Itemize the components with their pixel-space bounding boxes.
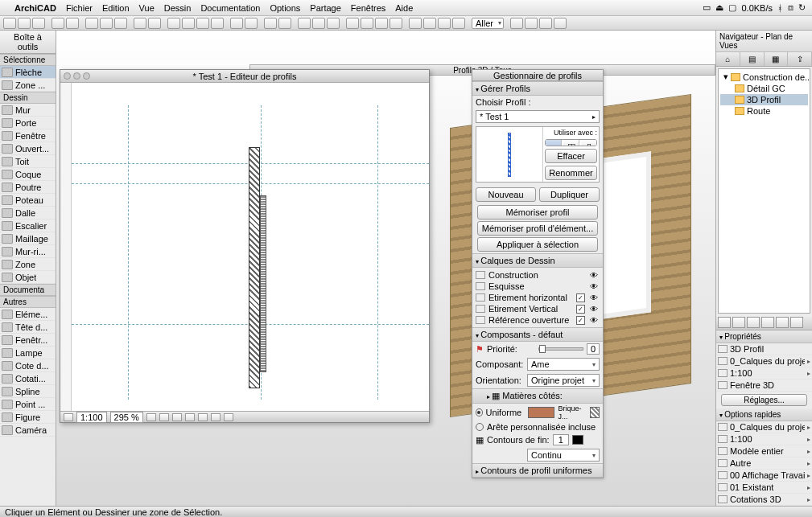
tool-coque[interactable]: Coque — [0, 168, 56, 181]
section-contours-unif[interactable]: Contours de profil uniformes — [472, 463, 603, 478]
tb-plot-icon[interactable] — [148, 18, 161, 29]
profile-shape-inner[interactable] — [260, 195, 266, 372]
tool-camera[interactable]: Caméra — [0, 424, 56, 437]
tool-mur-rideau[interactable]: Mur-ri... — [0, 245, 56, 258]
tree-item-3dprofil[interactable]: 3D Profil — [720, 94, 808, 105]
sb-origin-icon[interactable] — [64, 413, 73, 421]
nav-tab-layouts-icon[interactable]: ▦ — [765, 52, 789, 66]
zoom-icon[interactable] — [83, 72, 90, 80]
quick-layers[interactable]: 0_Calques du projet▸ — [716, 421, 812, 433]
nav-del-icon[interactable] — [761, 317, 774, 328]
effacer-button[interactable]: Effacer — [545, 149, 597, 163]
tool-element[interactable]: Eléme... — [0, 308, 56, 321]
tb-prev-icon[interactable] — [510, 18, 523, 29]
section-calques[interactable]: Calques de Dessin — [472, 253, 603, 268]
tool-poteau[interactable]: Poteau — [0, 194, 56, 207]
app-name[interactable]: ArchiCAD — [14, 3, 56, 13]
section-composants[interactable]: Composants - défaut — [472, 327, 603, 342]
profil-combo[interactable]: * Test 1 — [476, 110, 600, 123]
contours-value[interactable]: 1 — [553, 434, 569, 445]
tb-redo-icon[interactable] — [66, 18, 79, 29]
sb-opts-icon[interactable] — [224, 413, 233, 421]
tb-d-icon[interactable] — [452, 18, 465, 29]
tree-item-route[interactable]: Route — [720, 105, 808, 117]
sb-zoom[interactable]: 295 % — [110, 412, 143, 423]
layer-ref-ouv[interactable]: Référence ouverture✓👁 — [476, 314, 600, 326]
tb-pen-icon[interactable] — [245, 18, 258, 29]
composant-combo[interactable]: Ame — [527, 358, 600, 371]
tb-section-icon[interactable] — [182, 18, 195, 29]
menu-vue[interactable]: Vue — [139, 3, 155, 13]
tb-up-icon[interactable] — [539, 18, 552, 29]
menu-fichier[interactable]: Fichier — [66, 3, 93, 13]
sb-next-icon[interactable] — [211, 413, 221, 421]
prop-layers[interactable]: 0_Calques du projet▸ — [716, 355, 812, 367]
toolbox-cat-select[interactable]: Sélectionne — [0, 54, 56, 66]
nav-tab-publisher-icon[interactable]: ⇪ — [788, 52, 812, 66]
tb-save-icon[interactable] — [32, 18, 45, 29]
tb-trace-icon[interactable] — [298, 18, 311, 29]
nav-opts-icon[interactable] — [790, 317, 803, 328]
quick-affichage[interactable]: 00 Affichage Travail▸ — [716, 470, 812, 482]
tool-dalle[interactable]: Dalle — [0, 207, 56, 220]
quick-scale[interactable]: 1:100▸ — [716, 433, 812, 445]
renommer-button[interactable]: Renommer — [545, 166, 597, 180]
tool-figure[interactable]: Figure — [0, 411, 56, 424]
eye-icon[interactable]: 👁 — [588, 305, 600, 314]
memoriser-button[interactable]: Mémoriser profil — [477, 205, 598, 220]
tool-fleche[interactable]: Flèche — [0, 66, 56, 79]
tool-fenetre2[interactable]: Fenêtr... — [0, 334, 56, 347]
menu-fenetres[interactable]: Fenêtres — [351, 3, 385, 13]
section-matieres[interactable]: ▦ Matières côtés: — [472, 388, 603, 404]
tool-lampe[interactable]: Lampe — [0, 347, 56, 359]
profile-canvas[interactable] — [72, 83, 429, 411]
reglages-button[interactable]: Réglages... — [721, 394, 807, 406]
tb-undo-icon[interactable] — [52, 18, 64, 29]
layer-construction[interactable]: Construction👁 — [476, 269, 600, 281]
tool-escalier[interactable]: Escalier — [0, 220, 56, 232]
tool-tete[interactable]: Tête d... — [0, 321, 56, 334]
tool-ouverture[interactable]: Ouvert... — [0, 142, 56, 155]
tb-cut-icon[interactable] — [85, 18, 98, 29]
eye-icon[interactable]: 👁 — [588, 316, 600, 325]
tb-b-icon[interactable] — [423, 18, 436, 29]
tb-next-icon[interactable] — [525, 18, 538, 29]
tb-snap-icon[interactable] — [361, 18, 373, 29]
nav-tab-project-icon[interactable]: ⌂ — [716, 52, 740, 66]
sync-icon[interactable]: ↻ — [798, 2, 806, 13]
tool-zone-select[interactable]: Zone ... — [0, 79, 56, 92]
tb-paste-icon[interactable] — [114, 18, 127, 29]
tb-onion-icon[interactable] — [327, 18, 340, 29]
tb-guide-icon[interactable] — [375, 18, 388, 29]
linetype-combo[interactable]: Continu — [527, 449, 600, 462]
sb-zoomin-icon[interactable] — [146, 413, 156, 421]
close-icon[interactable] — [64, 72, 71, 80]
tool-zone[interactable]: Zone — [0, 258, 56, 271]
quick-existant[interactable]: 01 Existant▸ — [716, 482, 812, 494]
dupliquer-button[interactable]: Dupliquer — [539, 187, 600, 202]
tool-objet[interactable]: Objet — [0, 271, 56, 284]
tool-cote[interactable]: Cote d... — [0, 359, 56, 372]
navigator-tree[interactable]: ▾Construction de... Détail GC 3D Profil … — [718, 68, 810, 314]
layer-etir-h[interactable]: Etirement horizontal✓👁 — [476, 292, 600, 303]
toolbox-cat-autres[interactable]: Autres — [0, 296, 56, 308]
tree-root[interactable]: ▾Construction de... — [720, 71, 808, 83]
tb-open-icon[interactable] — [18, 18, 31, 29]
tb-overlay-icon[interactable] — [312, 18, 325, 29]
tool-maillage[interactable]: Maillage — [0, 232, 56, 245]
eye-icon[interactable]: 👁 — [588, 293, 600, 302]
sb-fit-icon[interactable] — [172, 413, 182, 421]
profile-shape-main[interactable] — [249, 147, 260, 388]
use-column-icon[interactable]: ▯ — [581, 140, 596, 146]
menu-aide[interactable]: Aide — [395, 3, 413, 13]
quick-autre[interactable]: Autre▸ — [716, 458, 812, 470]
nav-folder-icon[interactable] — [732, 317, 745, 328]
quick-options-title[interactable]: Options rapides — [716, 408, 812, 421]
screen-icon[interactable]: ▭ — [703, 2, 711, 13]
tb-measure-icon[interactable] — [264, 18, 277, 29]
tool-point[interactable]: Point ... — [0, 398, 56, 411]
tb-ruler-icon[interactable] — [390, 18, 402, 29]
tool-spline[interactable]: Spline — [0, 385, 56, 398]
tb-copy-icon[interactable] — [100, 18, 113, 29]
properties-title[interactable]: Propriétés — [716, 330, 812, 343]
